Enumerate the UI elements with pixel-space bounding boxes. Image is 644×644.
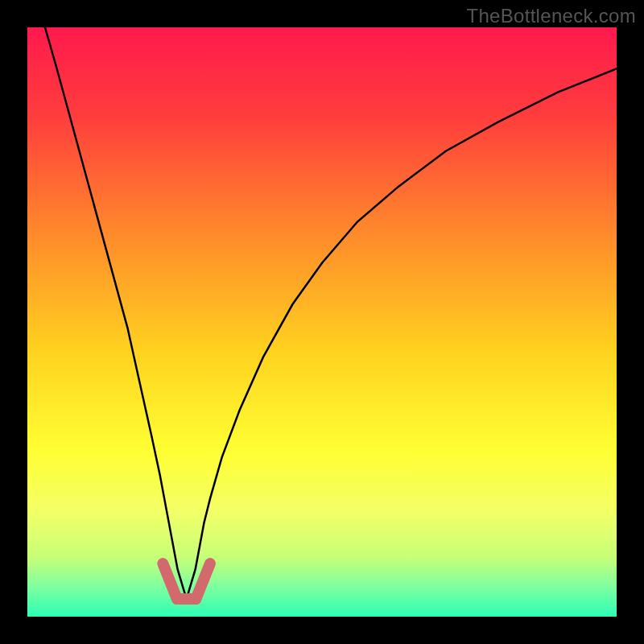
- gradient-background: [27, 27, 617, 617]
- plot-area: [27, 27, 617, 617]
- attribution-text: TheBottleneck.com: [466, 5, 636, 27]
- chart-frame: TheBottleneck.com: [0, 0, 644, 644]
- chart-svg: [27, 27, 617, 617]
